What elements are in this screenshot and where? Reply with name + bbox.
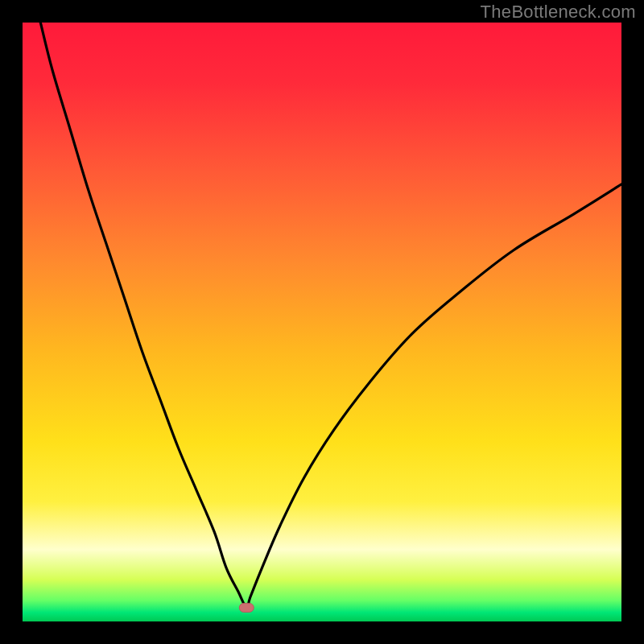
chart-svg — [23, 23, 621, 621]
plot-area — [23, 23, 621, 621]
optimum-marker — [239, 603, 254, 612]
watermark-text: TheBottleneck.com — [481, 2, 636, 23]
chart-container: TheBottleneck.com — [0, 0, 644, 644]
gradient-background — [23, 23, 621, 621]
svg-rect-0 — [239, 603, 254, 612]
